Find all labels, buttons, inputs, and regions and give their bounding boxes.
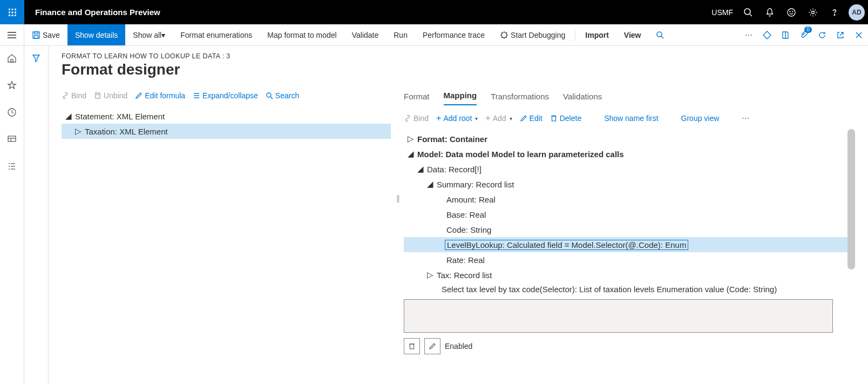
svg-rect-20 — [35, 32, 38, 34]
format-tree-pane: Bind Unbind Edit formula Expand/collapse… — [62, 86, 391, 384]
star-icon[interactable] — [0, 77, 24, 93]
data-source-tree[interactable]: ▷Format: Container ◢Model: Data model Mo… — [404, 131, 850, 282]
import-button[interactable]: Import — [578, 24, 616, 45]
refresh-icon[interactable] — [813, 24, 831, 45]
edit-formula-button-small[interactable] — [424, 338, 440, 354]
svg-point-23 — [657, 32, 662, 37]
expand-icon[interactable]: ◢ — [64, 111, 73, 121]
attach-icon[interactable]: 0 — [795, 24, 813, 45]
edit-button[interactable]: Edit — [520, 114, 542, 123]
delete-formula-button[interactable] — [404, 338, 420, 354]
more-actions-icon[interactable]: ⋯ — [742, 114, 749, 123]
diamond-icon[interactable] — [758, 24, 776, 45]
tab-validations[interactable]: Validations — [563, 92, 602, 105]
search-button[interactable]: Search — [266, 91, 299, 100]
tree-node-tax[interactable]: ▷Tax: Record list — [404, 267, 850, 282]
tree-node-format-container[interactable]: ▷Format: Container — [404, 131, 850, 146]
map-format-to-model-button[interactable]: Map format to model — [260, 24, 344, 45]
tree-node-statement[interactable]: ◢ Statement: XML Element — [62, 109, 391, 124]
group-view-button[interactable]: Group view — [681, 114, 720, 123]
bind-button[interactable]: Bind — [62, 91, 86, 100]
view-button[interactable]: View — [616, 24, 649, 45]
hamburger-icon[interactable] — [0, 24, 24, 45]
delete-button[interactable]: Delete — [550, 114, 581, 123]
expand-collapse-button[interactable]: Expand/collapse — [193, 91, 258, 100]
tree-node-taxation[interactable]: ▷ Taxation: XML Element — [62, 124, 391, 139]
edit-formula-button[interactable]: Edit formula — [135, 91, 185, 100]
svg-line-10 — [750, 14, 752, 16]
user-avatar[interactable]: AD — [849, 4, 865, 21]
tree-node-rate[interactable]: ·Rate: Real — [404, 252, 850, 267]
collapse-icon[interactable]: ▷ — [406, 134, 416, 144]
more-icon[interactable]: ⋯ — [740, 24, 758, 45]
save-label: Save — [43, 31, 60, 39]
search-icon[interactable] — [737, 0, 759, 24]
splitter-handle[interactable]: ‖ — [394, 194, 403, 203]
svg-point-14 — [812, 11, 815, 14]
nav-rail — [0, 46, 24, 384]
tab-transformations[interactable]: Transformations — [491, 92, 549, 105]
expand-icon[interactable]: ◢ — [406, 149, 416, 159]
collapse-icon[interactable]: ▷ — [425, 270, 435, 280]
save-button[interactable]: Save — [24, 24, 67, 45]
svg-line-24 — [661, 36, 663, 38]
validate-button[interactable]: Validate — [344, 24, 386, 45]
tree-node-model[interactable]: ◢Model: Data model Model to learn parame… — [404, 146, 850, 161]
bind-button-right[interactable]: Bind — [404, 114, 429, 123]
start-debugging-button[interactable]: Start Debugging — [492, 24, 573, 45]
enabled-label: Enabled — [445, 342, 472, 351]
add-button[interactable]: +Add▾ — [485, 114, 512, 123]
company-code[interactable]: USMF — [711, 8, 733, 17]
tree-node-amount[interactable]: ·Amount: Real — [404, 192, 850, 207]
show-all-button[interactable]: Show all▾ — [125, 24, 173, 45]
clock-icon[interactable] — [0, 104, 24, 120]
selector-description: Select tax level by tax code(Selector): … — [404, 282, 850, 299]
svg-point-44 — [267, 93, 271, 97]
svg-rect-30 — [8, 136, 16, 142]
svg-line-45 — [270, 97, 273, 99]
svg-rect-21 — [35, 36, 38, 38]
unbind-button[interactable]: Unbind — [94, 91, 127, 100]
add-root-button[interactable]: +Add root▾ — [436, 114, 478, 123]
tab-format[interactable]: Format — [404, 92, 430, 105]
expand-icon[interactable]: ◢ — [425, 179, 435, 189]
smile-icon[interactable] — [781, 0, 802, 24]
svg-rect-6 — [9, 15, 10, 16]
svg-rect-3 — [9, 11, 10, 13]
svg-point-12 — [790, 11, 790, 12]
book-icon[interactable] — [776, 24, 795, 45]
show-details-button[interactable]: Show details — [67, 24, 125, 45]
svg-point-15 — [834, 14, 835, 15]
svg-rect-46 — [552, 116, 555, 121]
expand-icon[interactable]: ◢ — [416, 164, 425, 174]
svg-point-9 — [744, 9, 750, 15]
performance-trace-button[interactable]: Performance trace — [415, 24, 492, 45]
gear-icon[interactable] — [802, 0, 824, 24]
app-launcher-icon[interactable] — [0, 0, 24, 24]
modules-icon[interactable] — [0, 158, 24, 174]
popout-icon[interactable] — [831, 24, 850, 45]
app-topbar: Finance and Operations Preview USMF AD — [0, 0, 868, 24]
tree-node-summary[interactable]: ◢Summary: Record list — [404, 177, 850, 192]
format-tree[interactable]: ◢ Statement: XML Element ▷ Taxation: XML… — [62, 109, 391, 139]
help-icon[interactable] — [824, 0, 845, 24]
workspace-icon[interactable] — [0, 131, 24, 147]
tree-node-code[interactable]: ·Code: String — [404, 222, 850, 237]
tree-node-base[interactable]: ·Base: Real — [404, 207, 850, 222]
funnel-icon[interactable] — [24, 50, 49, 66]
tree-node-data[interactable]: ◢Data: Record[!] — [404, 161, 850, 177]
tree-node-levelbylookup[interactable]: ·LevelByLookup: Calculated field = Model… — [404, 237, 850, 252]
search-command-icon[interactable] — [651, 24, 669, 45]
format-enumerations-button[interactable]: Format enumerations — [173, 24, 260, 45]
formula-display[interactable] — [404, 299, 833, 333]
run-button[interactable]: Run — [386, 24, 415, 45]
tab-mapping[interactable]: Mapping — [444, 91, 477, 105]
collapse-icon[interactable]: ▷ — [73, 126, 83, 136]
svg-rect-5 — [15, 11, 16, 13]
bell-icon[interactable] — [759, 0, 781, 24]
close-icon[interactable] — [850, 24, 868, 45]
page-title: Format designer — [62, 61, 855, 78]
home-icon[interactable] — [0, 50, 24, 66]
scrollbar[interactable] — [847, 129, 855, 270]
show-name-first-button[interactable]: Show name first — [604, 114, 658, 123]
